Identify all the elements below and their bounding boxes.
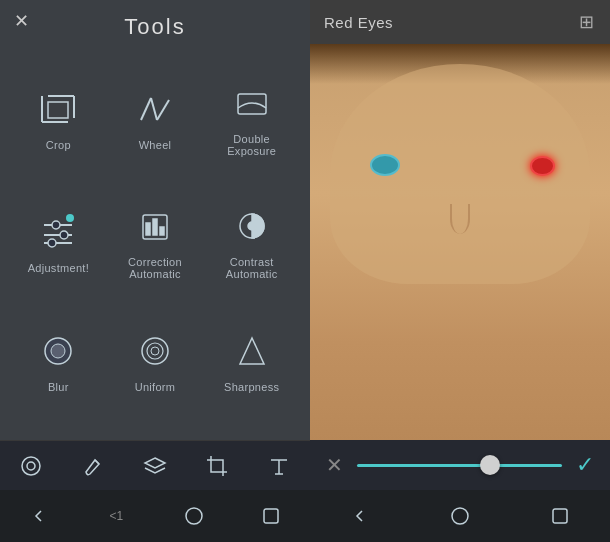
adjustment-label: Adjustment! xyxy=(28,262,89,274)
svg-rect-41 xyxy=(553,509,567,523)
correction-auto-icon xyxy=(131,202,179,250)
crop-label: Crop xyxy=(46,139,71,151)
svg-point-25 xyxy=(151,347,159,355)
svg-point-13 xyxy=(60,231,68,239)
uniform-icon xyxy=(131,327,179,375)
nav-bar-right xyxy=(310,490,610,542)
sharpness-icon xyxy=(228,327,276,375)
svg-line-5 xyxy=(141,98,151,120)
crop-icon xyxy=(34,85,82,133)
nav-home-right[interactable] xyxy=(445,501,475,531)
text-tool-icon[interactable] xyxy=(267,454,291,478)
tool-double-exposure[interactable]: Double Exposure xyxy=(203,56,300,179)
contrast-auto-label: Contrast Automatic xyxy=(209,256,294,280)
close-button[interactable]: ✕ xyxy=(14,12,29,30)
svg-line-7 xyxy=(157,100,169,120)
tool-uniform[interactable]: Uniform xyxy=(107,301,204,418)
wheel-icon xyxy=(131,85,179,133)
tools-title: Tools xyxy=(16,12,294,40)
svg-marker-34 xyxy=(145,458,165,468)
adjustment-icon xyxy=(34,208,82,256)
nav-back-right[interactable] xyxy=(345,501,375,531)
slider-confirm-button[interactable]: ✓ xyxy=(576,452,594,478)
tool-contrast-auto[interactable]: Contrast Automatic xyxy=(203,179,300,302)
sharpness-label: Sharpness xyxy=(224,381,279,393)
svg-rect-18 xyxy=(160,227,164,235)
svg-point-31 xyxy=(22,457,40,475)
slider-cancel-button[interactable]: ✕ xyxy=(326,453,343,477)
brush-tool-icon[interactable] xyxy=(81,454,105,478)
tools-header: ✕ Tools xyxy=(0,0,310,48)
nav-home-left[interactable] xyxy=(179,501,209,531)
double-exposure-icon xyxy=(228,79,276,127)
photo-panel: Red Eyes ⊞ ✕ ✓ xyxy=(310,0,610,542)
svg-rect-4 xyxy=(48,102,68,118)
paint-tool-icon[interactable] xyxy=(19,454,43,478)
svg-point-40 xyxy=(452,508,468,524)
blur-label: Blur xyxy=(48,381,69,393)
svg-point-12 xyxy=(52,221,60,229)
app-toolbar xyxy=(0,440,310,490)
tool-sharpness[interactable]: Sharpness xyxy=(203,301,300,418)
slider-thumb[interactable] xyxy=(480,455,500,475)
slider-track[interactable] xyxy=(357,464,562,467)
tool-blur[interactable]: Blur xyxy=(10,301,107,418)
svg-line-33 xyxy=(95,460,99,464)
compare-icon[interactable]: ⊞ xyxy=(579,11,596,33)
tool-wheel[interactable]: Wheel xyxy=(107,56,204,179)
svg-point-23 xyxy=(142,338,168,364)
tool-correction-auto[interactable]: Correction Automatic xyxy=(107,179,204,302)
svg-point-22 xyxy=(51,344,65,358)
svg-point-20 xyxy=(248,222,256,230)
svg-point-32 xyxy=(27,462,35,470)
nav-square-left[interactable] xyxy=(256,501,286,531)
svg-rect-16 xyxy=(146,223,150,235)
contrast-auto-icon xyxy=(228,202,276,250)
svg-line-6 xyxy=(151,98,157,120)
svg-rect-39 xyxy=(264,509,278,523)
photo-title: Red Eyes xyxy=(324,14,393,31)
svg-point-24 xyxy=(147,343,163,359)
double-exposure-label: Double Exposure xyxy=(209,133,294,157)
wheel-label: Wheel xyxy=(139,139,172,151)
svg-point-38 xyxy=(186,508,202,524)
nav-label-left: <1 xyxy=(101,501,131,531)
tool-adjustment[interactable]: Adjustment! xyxy=(10,179,107,302)
crop-tool-icon[interactable] xyxy=(205,454,229,478)
nav-back-left[interactable] xyxy=(24,501,54,531)
nav-square-right[interactable] xyxy=(545,501,575,531)
layers-tool-icon[interactable] xyxy=(143,454,167,478)
tool-crop[interactable]: Crop xyxy=(10,56,107,179)
slider-row: ✕ ✓ xyxy=(310,440,610,490)
uniform-label: Uniform xyxy=(135,381,176,393)
svg-marker-26 xyxy=(240,338,264,364)
photo-header: Red Eyes ⊞ xyxy=(310,0,610,44)
svg-rect-8 xyxy=(238,94,266,114)
svg-rect-17 xyxy=(153,219,157,235)
svg-point-14 xyxy=(48,239,56,247)
correction-auto-label: Correction Automatic xyxy=(113,256,198,280)
nav-bar-left: <1 xyxy=(0,490,310,542)
blur-icon xyxy=(34,327,82,375)
